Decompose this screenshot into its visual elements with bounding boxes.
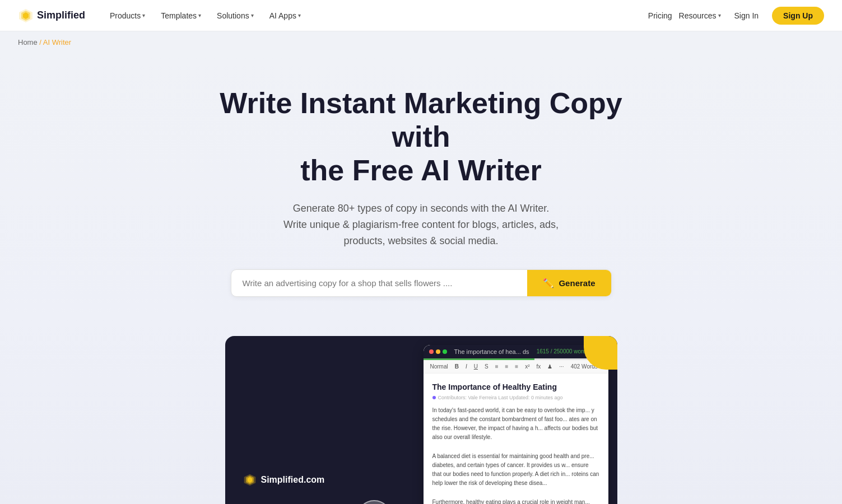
video-section: Simplified.com AI WritingGenerator	[0, 319, 842, 504]
chevron-down-icon: ▾	[251, 12, 254, 18]
breadcrumb-current: AI Writer	[43, 38, 71, 46]
logo-text: Simplified	[37, 10, 85, 21]
toolbar-chess[interactable]: ♟	[545, 362, 555, 371]
toolbar-bold[interactable]: B	[453, 362, 461, 371]
editor-preview: The importance of hea... ds 1615 / 25000…	[424, 345, 608, 504]
toolbar-normal[interactable]: Normal	[428, 362, 450, 371]
nav-links: Products ▾ Templates ▾ Solutions ▾ AI Ap…	[103, 8, 648, 24]
editor-toolbar: Normal B I U S ≡ ≡ ≡ x² fx ♟ ··· 402 Wor…	[424, 360, 608, 374]
editor-topbar: The importance of hea... ds 1615 / 25000…	[424, 345, 608, 358]
doc-text-1: In today's fast-paced world, it can be e…	[432, 406, 599, 442]
doc-text-3: Furthermore, healthy eating plays a cruc…	[432, 498, 599, 504]
nav-templates[interactable]: Templates ▾	[154, 8, 208, 24]
window-controls	[429, 349, 447, 354]
hero-section: Write Instant Marketing Copy with the Fr…	[0, 53, 842, 319]
breadcrumb: Home / AI Writer	[0, 31, 842, 53]
toolbar-align-right[interactable]: ≡	[513, 362, 520, 371]
nav-ai-apps[interactable]: AI Apps ▾	[263, 8, 308, 24]
editor-doc-title: The importance of hea... ds	[447, 348, 537, 355]
maximize-dot	[443, 349, 447, 354]
toolbar-align-center[interactable]: ≡	[503, 362, 511, 371]
video-logo-text: Simplified.com	[261, 475, 325, 485]
generate-form: ✏️ Generate	[231, 269, 612, 297]
toolbar-strike[interactable]: S	[482, 362, 491, 371]
logo[interactable]: Simplified	[18, 8, 85, 24]
toolbar-underline[interactable]: U	[472, 362, 480, 371]
close-dot	[429, 349, 434, 354]
chevron-down-icon: ▾	[298, 12, 301, 18]
video-container: Simplified.com AI WritingGenerator	[225, 336, 617, 504]
toolbar-formula[interactable]: fx	[534, 362, 543, 371]
meta-dot	[432, 396, 436, 399]
toolbar-more[interactable]: ···	[557, 362, 566, 371]
signup-button[interactable]: Sign Up	[772, 7, 824, 25]
nav-signin[interactable]: Sign In	[728, 8, 766, 24]
doc-meta: Contributors: Vale Ferreira Last Updated…	[432, 395, 599, 400]
generate-button[interactable]: ✏️ Generate	[527, 270, 611, 296]
pencil-icon: ✏️	[543, 278, 554, 288]
breadcrumb-home[interactable]: Home	[18, 38, 38, 46]
video-inner: Simplified.com AI WritingGenerator	[225, 336, 617, 504]
main-nav: Simplified Products ▾ Templates ▾ Soluti…	[0, 0, 842, 31]
minimize-dot	[436, 349, 440, 354]
doc-title: The Importance of Healthy Eating	[432, 382, 599, 391]
chevron-down-icon: ▾	[142, 12, 145, 18]
doc-text-2: A balanced diet is essential for maintai…	[432, 452, 599, 488]
nav-pricing[interactable]: Pricing	[648, 11, 672, 20]
chevron-down-icon: ▾	[718, 12, 721, 18]
nav-solutions[interactable]: Solutions ▾	[210, 8, 260, 24]
chevron-down-icon: ▾	[198, 12, 201, 18]
hero-title: Write Instant Marketing Copy with the Fr…	[208, 87, 634, 187]
video-logo: Simplified.com	[243, 473, 406, 487]
hero-description: Generate 80+ types of copy in seconds wi…	[283, 200, 559, 249]
nav-products[interactable]: Products ▾	[103, 8, 152, 24]
toolbar-align-left[interactable]: ≡	[493, 362, 501, 371]
toolbar-superscript[interactable]: x²	[523, 362, 532, 371]
toolbar-italic[interactable]: I	[463, 362, 469, 371]
nav-resources[interactable]: Resources ▾	[679, 11, 721, 20]
editor-content: The Importance of Healthy Eating Contrib…	[424, 374, 608, 504]
video-left-panel: Simplified.com AI WritingGenerator	[225, 336, 424, 504]
nav-right: Pricing Resources ▾ Sign In Sign Up	[648, 7, 824, 25]
generate-input[interactable]	[231, 270, 528, 296]
